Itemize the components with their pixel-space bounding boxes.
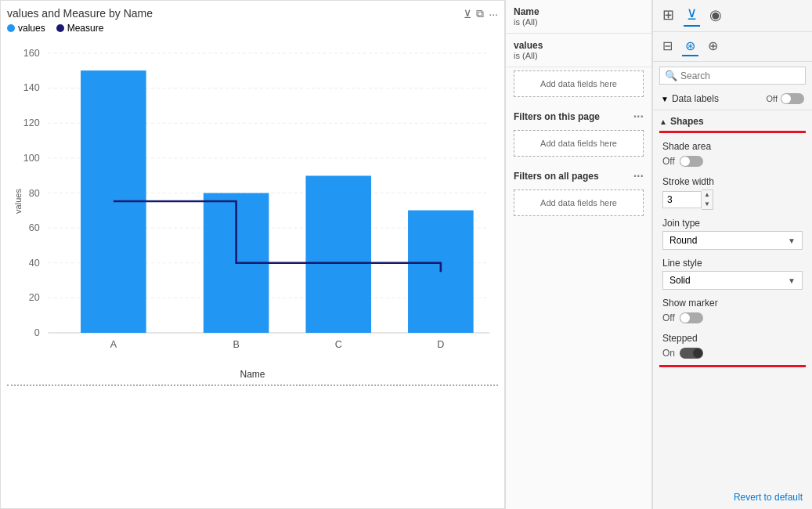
filters-this-page-label: Filters on this page: [514, 111, 600, 122]
stepped-track[interactable]: [680, 348, 703, 359]
props-icon-row: ⊞ ⊻ ◉: [653, 0, 812, 32]
legend-dot-measure: [56, 24, 64, 32]
table-icon[interactable]: ⊞: [659, 5, 677, 27]
stepped-row: Stepped On: [653, 330, 812, 365]
filters-all-pages-more[interactable]: ···: [633, 169, 644, 183]
grid-icon[interactable]: ⊟: [659, 37, 676, 56]
join-type-value: Round: [669, 235, 697, 246]
svg-text:D: D: [437, 339, 444, 350]
properties-panel: ⊞ ⊻ ◉ ⊟ ⊛ ⊕ 🔍 ▼ Data labels Off ▲ Shapes: [652, 0, 812, 509]
stepped-toggle-row: On: [662, 346, 803, 360]
data-labels-label: Data labels: [672, 93, 719, 104]
join-type-dropdown[interactable]: Round ▼: [662, 231, 803, 250]
search-box: 🔍: [659, 67, 806, 85]
stroke-width-row: Stroke width ▲ ▼: [653, 173, 812, 215]
svg-text:40: 40: [29, 258, 40, 269]
stepped-red-bar: [659, 365, 806, 367]
join-type-label: Join type: [662, 218, 803, 229]
more-options-icon[interactable]: ···: [489, 8, 498, 20]
stroke-width-label: Stroke width: [662, 176, 803, 187]
legend-measure: Measure: [56, 23, 104, 34]
chart-svg: 160 140 120 100 80 60 40 20 0: [7, 37, 498, 366]
line-style-dropdown[interactable]: Solid ▼: [662, 271, 803, 290]
filters-all-pages-header: Filters on all pages ···: [506, 163, 651, 186]
svg-text:C: C: [335, 339, 342, 350]
stroke-up-btn[interactable]: ▲: [702, 190, 713, 200]
bar-C[interactable]: [305, 175, 371, 333]
chart2-icon[interactable]: ⊕: [705, 37, 721, 56]
legend-label-values: values: [18, 23, 45, 34]
line-style-chevron: ▼: [788, 276, 796, 285]
add-fields-this-page[interactable]: Add data fields here: [514, 130, 644, 157]
shade-area-thumb: [680, 157, 690, 166]
svg-text:160: 160: [23, 48, 40, 59]
stroke-width-input-row: ▲ ▼: [662, 190, 803, 210]
stroke-width-input[interactable]: [662, 191, 702, 208]
svg-text:140: 140: [23, 82, 40, 93]
show-marker-value: Off: [662, 312, 675, 323]
analytics-icon[interactable]: ◉: [706, 5, 725, 27]
svg-text:20: 20: [29, 292, 40, 303]
y-axis-label: values: [13, 189, 23, 214]
stroke-down-btn[interactable]: ▼: [702, 200, 713, 209]
join-type-chevron: ▼: [788, 236, 796, 245]
search-icon: 🔍: [665, 70, 677, 81]
filter-icon[interactable]: ⊻: [464, 8, 471, 20]
filters-this-page-header: Filters on this page ···: [506, 103, 651, 127]
filters-all-pages-label: Filters on all pages: [514, 171, 599, 182]
revert-button[interactable]: Revert to default: [653, 486, 812, 509]
svg-text:A: A: [110, 339, 117, 350]
legend-dot-values: [7, 24, 15, 32]
search-input[interactable]: [680, 70, 800, 81]
data-labels-value: Off: [767, 94, 778, 103]
filter-values-label: values: [514, 40, 644, 51]
legend-values: values: [7, 23, 45, 34]
line-style-label: Line style: [662, 258, 803, 269]
filter-values-value: is (All): [514, 51, 644, 60]
data-labels-track[interactable]: [781, 93, 804, 104]
show-marker-row: Show marker Off: [653, 294, 812, 330]
x-axis-label: Name: [7, 369, 498, 380]
svg-text:80: 80: [29, 188, 40, 199]
data-labels-row: ▼ Data labels Off: [653, 89, 812, 108]
line-style-value: Solid: [669, 275, 691, 286]
data-labels-chevron[interactable]: ▼: [661, 95, 669, 103]
measure-line: [114, 201, 441, 272]
svg-text:120: 120: [23, 117, 40, 128]
line-style-row: Line style Solid ▼: [653, 254, 812, 294]
filters-this-page-more[interactable]: ···: [633, 110, 644, 124]
legend-label-measure: Measure: [67, 23, 104, 34]
svg-text:100: 100: [23, 153, 40, 164]
filter-panel: Name is (All) values is (All) Add data f…: [505, 0, 652, 509]
shapes-red-bar: [659, 131, 806, 133]
chart-bottom-border: [7, 384, 498, 386]
shade-area-track[interactable]: [680, 156, 703, 167]
chart-panel: values and Measure by Name values Measur…: [0, 0, 505, 509]
add-fields-visual-filter[interactable]: Add data fields here: [514, 70, 644, 97]
join-type-row: Join type Round ▼: [653, 215, 812, 254]
chart-area: values 160 140 120 100 80 60 40 20: [7, 37, 498, 366]
shapes-label: Shapes: [670, 116, 704, 127]
shade-area-row: Shade area Off: [653, 138, 812, 173]
filter-name-value: is (All): [514, 17, 644, 27]
data-labels-toggle[interactable]: Off: [767, 93, 804, 104]
add-fields-all-pages[interactable]: Add data fields here: [514, 190, 644, 216]
paint-icon[interactable]: ⊛: [682, 37, 698, 56]
show-marker-thumb: [680, 313, 690, 323]
stepped-label: Stepped: [662, 333, 803, 344]
props-chart-icons: ⊟ ⊛ ⊕: [653, 32, 812, 62]
stepped-thumb: [693, 348, 702, 358]
shade-area-value: Off: [662, 156, 675, 167]
show-marker-toggle-row: Off: [662, 311, 803, 325]
focus-icon[interactable]: ⧉: [476, 7, 484, 20]
show-marker-track[interactable]: [680, 312, 703, 323]
chart-legend: values Measure: [7, 23, 153, 34]
shapes-chevron-up: ▲: [659, 117, 667, 126]
shapes-header[interactable]: ▲ Shapes: [653, 112, 812, 131]
chart-toolbar: ⊻ ⧉ ···: [464, 7, 498, 20]
filter-field-name: Name is (All): [506, 0, 651, 34]
shade-area-toggle-row: Off: [662, 154, 803, 168]
stepped-value: On: [662, 348, 675, 359]
svg-text:60: 60: [29, 222, 40, 233]
funnel-icon[interactable]: ⊻: [684, 5, 700, 27]
